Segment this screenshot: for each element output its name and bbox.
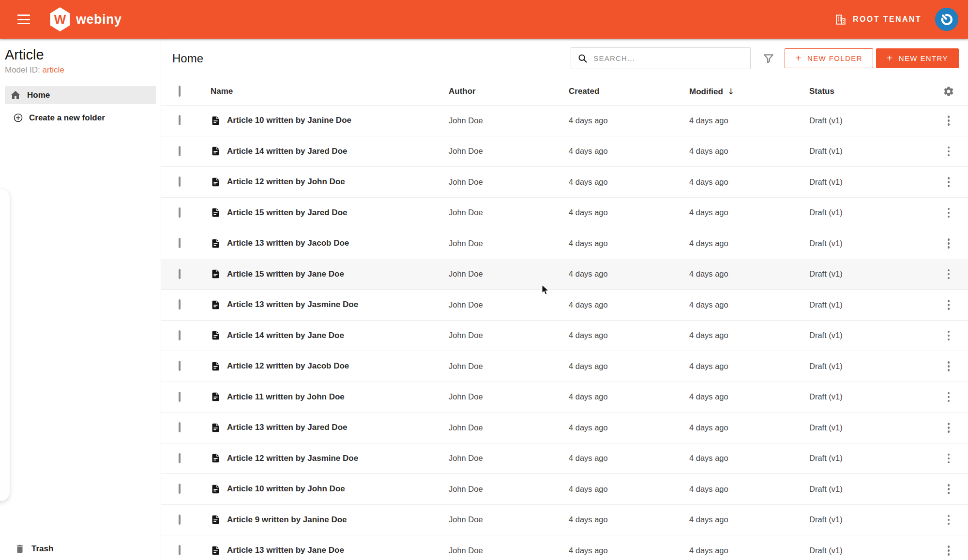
webiny-logo[interactable]: W webiny — [49, 7, 122, 31]
webiny-hexagon-icon: W — [49, 7, 71, 31]
table-row[interactable]: Article 15 written by Jared Doe John Doe… — [161, 198, 968, 229]
entry-status-badge: Draft (v1) — [809, 485, 929, 494]
kebab-menu-icon[interactable] — [946, 267, 952, 281]
entry-title[interactable]: Article 14 written by Jane Doe — [227, 331, 344, 340]
filter-funnel-icon — [762, 52, 775, 65]
entry-status-badge: Draft (v1) — [809, 331, 929, 340]
kebab-menu-icon[interactable] — [946, 114, 952, 128]
entry-title[interactable]: Article 13 written by Jacob Doe — [227, 238, 349, 248]
tenant-selector[interactable]: ROOT TENANT — [834, 13, 922, 26]
column-header-modified-label: Modified — [689, 87, 723, 96]
kebab-menu-icon[interactable] — [946, 175, 952, 189]
entry-modified: 4 days ago — [689, 147, 809, 156]
row-checkbox[interactable] — [179, 484, 181, 494]
sidebar-item-trash[interactable]: Trash — [0, 537, 161, 560]
row-checkbox[interactable] — [179, 177, 181, 187]
gravatar-icon — [939, 12, 954, 27]
entry-status-badge: Draft (v1) — [809, 300, 929, 309]
search-input[interactable] — [593, 54, 744, 62]
row-checkbox[interactable] — [179, 392, 181, 402]
entry-created: 4 days ago — [569, 269, 689, 279]
kebab-menu-icon[interactable] — [946, 482, 952, 496]
entry-title[interactable]: Article 9 written by Janine Doe — [227, 515, 347, 525]
select-all-checkbox[interactable] — [179, 86, 181, 97]
table-row[interactable]: Article 9 written by Janine Doe John Doe… — [161, 505, 968, 536]
row-checkbox[interactable] — [179, 545, 181, 555]
row-checkbox[interactable] — [179, 330, 181, 340]
kebab-menu-icon[interactable] — [946, 298, 952, 312]
kebab-menu-icon[interactable] — [946, 544, 952, 558]
entry-title[interactable]: Article 10 written by John Doe — [227, 484, 345, 494]
row-checkbox[interactable] — [179, 238, 181, 248]
kebab-menu-icon[interactable] — [946, 513, 952, 527]
entry-author: John Doe — [449, 454, 569, 463]
row-checkbox[interactable] — [179, 146, 181, 156]
row-checkbox[interactable] — [179, 299, 181, 309]
table-row[interactable]: Article 12 written by Jacob Doe John Doe… — [161, 351, 968, 382]
entry-title[interactable]: Article 12 written by John Doe — [227, 177, 345, 187]
row-checkbox[interactable] — [179, 453, 181, 463]
kebab-menu-icon[interactable] — [946, 452, 952, 466]
kebab-menu-icon[interactable] — [946, 145, 952, 159]
document-icon — [211, 545, 221, 556]
entry-title[interactable]: Article 15 written by Jared Doe — [227, 208, 347, 218]
document-icon — [211, 453, 221, 463]
document-icon — [211, 269, 221, 279]
document-icon — [211, 116, 221, 126]
row-checkbox[interactable] — [179, 361, 181, 371]
entry-title[interactable]: Article 14 written by Jared Doe — [227, 147, 347, 156]
table-row[interactable]: Article 12 written by Jasmine Doe John D… — [161, 443, 968, 474]
filter-button[interactable] — [762, 52, 775, 65]
kebab-menu-icon[interactable] — [946, 236, 952, 251]
entry-title[interactable]: Article 13 written by Jane Doe — [227, 545, 344, 555]
row-checkbox[interactable] — [179, 515, 181, 525]
entry-title[interactable]: Article 11 written by John Doe — [227, 392, 345, 402]
row-checkbox[interactable] — [179, 207, 181, 218]
new-entry-button[interactable]: + NEW ENTRY — [876, 48, 959, 68]
sidebar-item-home[interactable]: Home — [5, 86, 156, 104]
column-header-author[interactable]: Author — [449, 87, 569, 96]
table-row[interactable]: Article 11 written by John Doe John Doe … — [161, 382, 968, 413]
new-folder-button[interactable]: + NEW FOLDER — [785, 48, 873, 68]
row-checkbox[interactable] — [179, 422, 181, 432]
column-header-name[interactable]: Name — [211, 87, 449, 96]
entry-created: 4 days ago — [569, 454, 689, 463]
table-row[interactable]: Article 14 written by Jared Doe John Doe… — [161, 136, 968, 167]
hamburger-menu-icon[interactable] — [17, 15, 30, 24]
kebab-menu-icon[interactable] — [946, 206, 952, 220]
table-row[interactable]: Article 13 written by Jared Doe John Doe… — [161, 413, 968, 443]
column-header-created[interactable]: Created — [569, 87, 689, 96]
row-checkbox[interactable] — [179, 115, 181, 125]
entry-created: 4 days ago — [569, 392, 689, 401]
entry-title[interactable]: Article 10 written by Janine Doe — [227, 116, 351, 125]
entry-title[interactable]: Article 12 written by Jacob Doe — [227, 361, 349, 371]
entry-title[interactable]: Article 12 written by Jasmine Doe — [227, 454, 358, 463]
kebab-menu-icon[interactable] — [946, 329, 952, 343]
entry-title[interactable]: Article 13 written by Jared Doe — [227, 423, 347, 432]
table-row[interactable]: Article 14 written by Jane Doe John Doe … — [161, 321, 968, 352]
document-icon — [211, 423, 221, 433]
table-row[interactable]: Article 13 written by Jasmine Doe John D… — [161, 290, 968, 321]
entry-title[interactable]: Article 13 written by Jasmine Doe — [227, 300, 358, 309]
entry-created: 4 days ago — [569, 485, 689, 494]
entry-modified: 4 days ago — [689, 331, 809, 340]
table-row[interactable]: Article 13 written by Jane Doe John Doe … — [161, 535, 968, 560]
entry-title[interactable]: Article 15 written by Jane Doe — [227, 269, 344, 279]
table-row[interactable]: Article 10 written by John Doe John Doe … — [161, 474, 968, 505]
sidebar-item-create-folder[interactable]: Create a new folder — [5, 109, 156, 127]
column-header-status[interactable]: Status — [809, 87, 929, 96]
kebab-menu-icon[interactable] — [946, 421, 952, 435]
kebab-menu-icon[interactable] — [946, 359, 952, 373]
user-avatar[interactable] — [935, 8, 958, 31]
kebab-menu-icon[interactable] — [946, 390, 952, 404]
plus-icon: + — [887, 52, 893, 64]
row-checkbox[interactable] — [179, 269, 181, 279]
table-row[interactable]: Article 13 written by Jacob Doe John Doe… — [161, 228, 968, 259]
table-row[interactable]: Article 10 written by Janine Doe John Do… — [161, 105, 968, 136]
table-row[interactable]: Article 15 written by Jane Doe John Doe … — [161, 259, 968, 290]
model-id-link[interactable]: article — [42, 65, 64, 74]
table-row[interactable]: Article 12 written by John Doe John Doe … — [161, 167, 968, 198]
table-settings-button[interactable] — [943, 86, 954, 97]
column-header-modified[interactable]: Modified↓ — [689, 87, 809, 97]
document-icon — [211, 300, 221, 310]
